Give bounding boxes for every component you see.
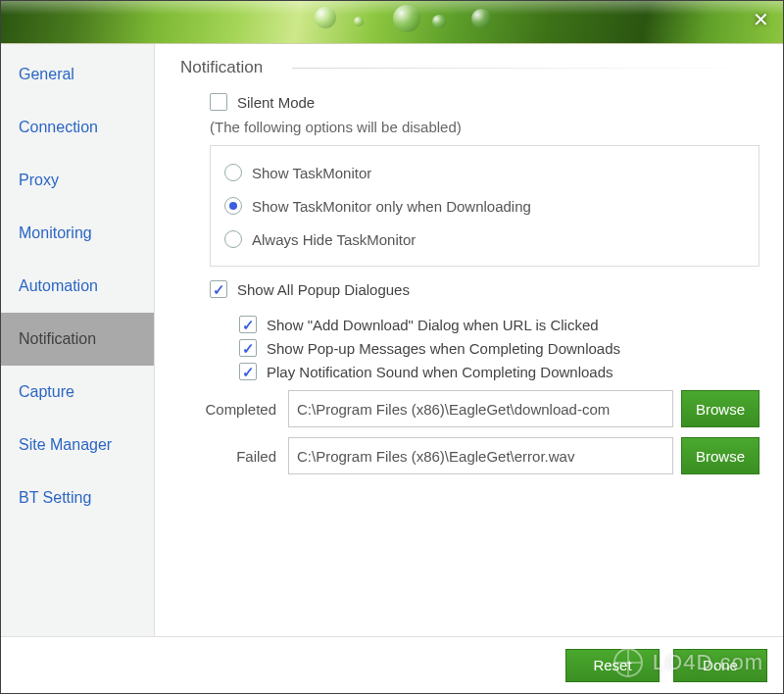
section-divider	[292, 68, 760, 69]
play-sound-label: Play Notification Sound when Completing …	[267, 364, 613, 380]
done-label: Done	[703, 657, 738, 673]
failed-sound-input[interactable]	[288, 437, 673, 474]
taskmonitor-hide-label: Always Hide TaskMonitor	[252, 231, 416, 248]
taskmonitor-show-radio[interactable]	[224, 164, 242, 181]
title-bar: ✕	[1, 1, 783, 44]
sidebar-item-general[interactable]: General	[1, 48, 154, 101]
browse-label: Browse	[696, 448, 745, 465]
sidebar-item-bt-setting[interactable]: BT Setting	[1, 471, 154, 524]
failed-sound-label: Failed	[180, 448, 288, 465]
completed-sound-input[interactable]	[288, 390, 673, 427]
taskmonitor-downloading-radio[interactable]	[224, 197, 242, 215]
close-icon: ✕	[753, 9, 769, 30]
show-all-popups-label: Show All Popup Dialogues	[237, 281, 410, 298]
sidebar-item-connection[interactable]: Connection	[1, 101, 154, 154]
settings-panel: Notification Silent Mode (The following …	[155, 44, 783, 636]
show-all-popups-checkbox[interactable]	[210, 280, 227, 298]
popup-complete-label: Show Pop-up Messages when Completing Dow…	[267, 340, 620, 357]
sidebar-item-label: Monitoring	[19, 224, 92, 241]
sidebar-item-label: Proxy	[19, 172, 59, 188]
add-download-dialog-label: Show "Add Download" Dialog when URL is C…	[267, 317, 599, 333]
taskmonitor-hide-radio[interactable]	[224, 230, 242, 248]
done-button[interactable]: Done	[673, 649, 767, 682]
silent-mode-checkbox[interactable]	[210, 93, 227, 111]
sidebar-item-site-manager[interactable]: Site Manager	[1, 419, 154, 471]
sidebar-item-label: Connection	[19, 119, 98, 135]
taskmonitor-radio-group: Show TaskMonitor Show TaskMonitor only w…	[210, 145, 760, 267]
sidebar-item-label: General	[19, 66, 74, 82]
sidebar-item-notification[interactable]: Notification	[1, 313, 154, 366]
close-button[interactable]: ✕	[748, 9, 773, 34]
settings-sidebar: General Connection Proxy Monitoring Auto…	[1, 44, 155, 636]
sidebar-item-label: Site Manager	[19, 436, 112, 453]
browse-label: Browse	[696, 401, 745, 418]
browse-failed-button[interactable]: Browse	[681, 437, 760, 474]
sidebar-item-label: Automation	[19, 277, 98, 294]
reset-button[interactable]: Reset	[565, 649, 660, 682]
browse-completed-button[interactable]: Browse	[681, 390, 760, 427]
popup-complete-checkbox[interactable]	[239, 339, 257, 357]
sidebar-item-label: Capture	[19, 383, 74, 400]
dialog-footer: Reset Done	[1, 636, 783, 693]
taskmonitor-show-label: Show TaskMonitor	[252, 165, 371, 181]
taskmonitor-downloading-label: Show TaskMonitor only when Downloading	[252, 198, 531, 215]
silent-mode-label: Silent Mode	[237, 94, 315, 111]
reset-label: Reset	[593, 657, 631, 673]
sidebar-item-capture[interactable]: Capture	[1, 366, 154, 419]
sidebar-item-monitoring[interactable]: Monitoring	[1, 207, 154, 260]
play-sound-checkbox[interactable]	[239, 363, 257, 380]
section-title: Notification	[180, 58, 263, 77]
sidebar-item-label: BT Setting	[19, 489, 91, 506]
add-download-dialog-checkbox[interactable]	[239, 316, 257, 333]
completed-sound-label: Completed	[180, 401, 288, 418]
silent-mode-note: (The following options will be disabled)	[210, 119, 760, 135]
sidebar-item-automation[interactable]: Automation	[1, 260, 154, 313]
sidebar-item-label: Notification	[19, 330, 96, 347]
sidebar-item-proxy[interactable]: Proxy	[1, 154, 154, 207]
